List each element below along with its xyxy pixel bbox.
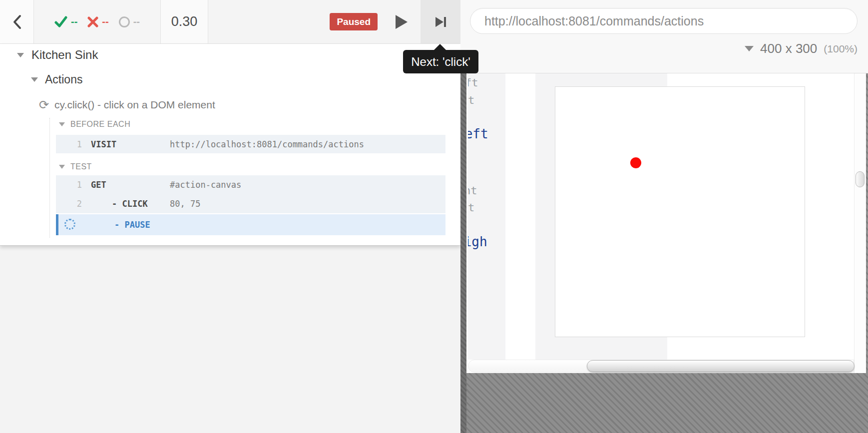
command-number: 1 xyxy=(71,139,82,149)
paused-badge: Paused xyxy=(330,13,378,30)
section-before-each[interactable]: BEFORE EACH xyxy=(59,120,130,129)
aut-header: http://localhost:8081/commands/actions 4… xyxy=(460,0,868,73)
code-fragment: t xyxy=(468,201,474,214)
test-stats: -- -- -- xyxy=(34,0,161,43)
command-message: #action-canvas xyxy=(170,180,241,190)
dotted-spinner-icon xyxy=(64,219,75,230)
section-label: TEST xyxy=(70,162,92,171)
x-icon xyxy=(87,16,98,27)
command-number: 2 xyxy=(71,199,82,209)
overflow-stripe-area xyxy=(466,373,868,433)
command-message: 80, 75 xyxy=(170,199,200,209)
cypress-runner-window: -- -- -- 0.30 Paused xyxy=(0,0,868,433)
aut-iframe: ft t Left ht t Righ xyxy=(466,73,866,373)
failed-count: -- xyxy=(102,16,108,27)
passed-count: -- xyxy=(71,16,77,27)
code-fragment: ft xyxy=(468,76,478,89)
vertical-scrollbar[interactable] xyxy=(854,73,866,373)
command-click[interactable]: 2 - CLICK 80, 75 xyxy=(56,194,445,213)
click-dot xyxy=(630,157,641,168)
pending-count: -- xyxy=(133,16,140,27)
code-block-left-edge: ft t Left ht t Righ xyxy=(468,73,505,360)
viewport-size: 400 x 300 xyxy=(760,41,817,56)
command-method: VISIT xyxy=(91,139,116,149)
stat-pending: -- xyxy=(119,16,140,27)
command-log: Kitchen Sink Actions ⟳ cy.click() - clic… xyxy=(0,44,460,246)
code-fragment: Left xyxy=(468,126,488,141)
stat-passed: -- xyxy=(54,16,77,28)
command-method: - CLICK xyxy=(112,199,148,209)
circle-outline-icon xyxy=(119,16,130,27)
running-test-icon: ⟳ xyxy=(39,99,49,111)
chevron-left-icon xyxy=(12,14,21,29)
section-test[interactable]: TEST xyxy=(59,162,92,171)
collapse-triangle-icon[interactable] xyxy=(17,53,24,57)
next-step-tooltip: Next: 'click' xyxy=(403,50,478,73)
next-step-button[interactable] xyxy=(421,0,460,43)
viewport-scale: (100%) xyxy=(824,43,858,55)
command-get[interactable]: 1 GET #action-canvas xyxy=(56,175,445,194)
suite-actions[interactable]: Actions xyxy=(31,73,82,86)
horizontal-scrollbar-thumb[interactable] xyxy=(587,360,855,372)
reporter-pane: -- -- -- 0.30 Paused xyxy=(0,0,460,433)
reporter-toolbar: -- -- -- 0.30 Paused xyxy=(0,0,460,44)
indent-guide xyxy=(49,118,50,238)
viewport-selector[interactable]: 400 x 300 (100%) xyxy=(745,41,858,56)
suite-title: Actions xyxy=(45,73,82,86)
test-timer: 0.30 xyxy=(161,0,208,43)
collapse-triangle-icon[interactable] xyxy=(59,165,65,169)
command-pause[interactable]: - PAUSE xyxy=(56,214,445,235)
overflow-stripe-edge xyxy=(866,73,868,373)
back-button[interactable] xyxy=(0,0,34,43)
panel-resize-divider[interactable] xyxy=(460,73,466,433)
test-title-text: cy.click() - click on a DOM element xyxy=(54,99,215,111)
collapse-triangle-icon[interactable] xyxy=(59,122,65,126)
code-fragment: t xyxy=(468,94,474,106)
collapse-triangle-icon[interactable] xyxy=(31,77,38,82)
aut-url-bar[interactable]: http://localhost:8081/commands/actions xyxy=(470,8,858,34)
horizontal-scrollbar[interactable] xyxy=(468,360,854,373)
command-visit[interactable]: 1 VISIT http://localhost:8081/commands/a… xyxy=(56,135,445,153)
check-icon xyxy=(54,16,67,28)
code-fragment: ht xyxy=(468,184,477,197)
section-label: BEFORE EACH xyxy=(70,120,130,129)
command-method: GET xyxy=(91,180,106,190)
stat-failed: -- xyxy=(87,16,108,27)
step-forward-icon xyxy=(435,17,446,27)
action-canvas[interactable] xyxy=(555,86,805,337)
command-method: - PAUSE xyxy=(114,220,150,230)
suite-kitchen-sink[interactable]: Kitchen Sink xyxy=(17,48,98,62)
code-fragment: Righ xyxy=(468,234,487,249)
command-message: http://localhost:8081/commands/actions xyxy=(170,139,364,149)
play-icon[interactable] xyxy=(396,15,408,29)
suite-title: Kitchen Sink xyxy=(31,48,98,62)
command-number: 1 xyxy=(71,180,82,190)
chevron-down-icon xyxy=(745,46,754,51)
test-cy-click[interactable]: ⟳ cy.click() - click on a DOM element xyxy=(39,99,215,111)
vertical-scrollbar-thumb[interactable] xyxy=(856,171,865,187)
run-controls: Paused xyxy=(208,0,421,43)
